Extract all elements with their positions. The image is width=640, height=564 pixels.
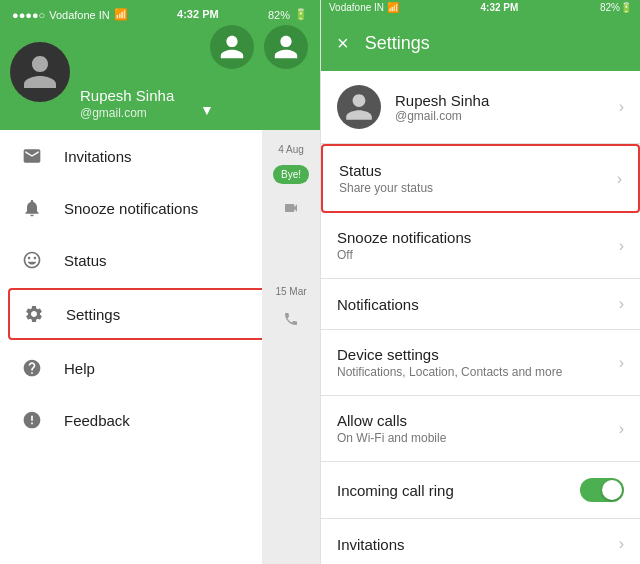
settings-item-status[interactable]: Status Share your status › bbox=[321, 144, 640, 213]
dropdown-arrow[interactable]: ▼ bbox=[200, 102, 214, 118]
profile-chevron: › bbox=[619, 98, 624, 116]
device-title: Device settings bbox=[337, 346, 619, 363]
close-button[interactable]: × bbox=[337, 32, 349, 55]
settings-item-device[interactable]: Device settings Notifications, Location,… bbox=[321, 330, 640, 396]
left-time: 4:32 PM bbox=[177, 8, 219, 21]
right-status-bar: Vodafone IN 📶 4:32 PM 82%🔋 bbox=[321, 0, 640, 15]
status-chevron: › bbox=[617, 170, 622, 188]
calls-title: Allow calls bbox=[337, 412, 619, 429]
exclamation-icon bbox=[20, 408, 44, 432]
snooze-title: Snooze notifications bbox=[337, 229, 619, 246]
nav-label-settings: Settings bbox=[66, 306, 120, 323]
notifications-text: Notifications bbox=[337, 296, 619, 313]
status-text: Status Share your status bbox=[339, 162, 617, 195]
envelope-icon bbox=[20, 144, 44, 168]
calls-text: Allow calls On Wi-Fi and mobile bbox=[337, 412, 619, 445]
left-battery-info: 82% 🔋 bbox=[268, 8, 308, 21]
battery-icon-left: 🔋 bbox=[294, 8, 308, 21]
battery-pct-left: 82% bbox=[268, 9, 290, 21]
nav-label-feedback: Feedback bbox=[64, 412, 130, 429]
right-panel: Vodafone IN 📶 4:32 PM 82%🔋 × Settings Ru… bbox=[320, 0, 640, 564]
settings-title: Settings bbox=[365, 33, 430, 54]
main-avatar[interactable] bbox=[10, 42, 70, 102]
person-icon-1 bbox=[218, 33, 246, 61]
user-email: @gmail.com bbox=[80, 106, 147, 120]
calls-subtitle: On Wi-Fi and mobile bbox=[337, 431, 619, 445]
call-ring-text: Incoming call ring bbox=[337, 482, 580, 499]
settings-item-snooze[interactable]: Snooze notifications Off › bbox=[321, 213, 640, 279]
calls-chevron: › bbox=[619, 420, 624, 438]
chat-date-1: 4 Aug bbox=[276, 138, 306, 161]
wifi-icon: 📶 bbox=[114, 8, 128, 21]
gear-icon bbox=[22, 302, 46, 326]
person-icon-2 bbox=[272, 33, 300, 61]
left-status-bar: ●●●●○ Vodafone IN 📶 4:32 PM 82% 🔋 bbox=[12, 8, 308, 21]
settings-item-invitations[interactable]: Invitations › bbox=[321, 519, 640, 564]
settings-profile-name: Rupesh Sinha bbox=[395, 92, 619, 109]
settings-profile-row[interactable]: Rupesh Sinha @gmail.com › bbox=[321, 71, 640, 144]
smiley-icon bbox=[20, 248, 44, 272]
chat-date-2: 15 Mar bbox=[273, 280, 308, 303]
invitations-text: Invitations bbox=[337, 536, 619, 553]
signal-dots: ●●●●○ bbox=[12, 9, 45, 21]
settings-item-call-ring[interactable]: Incoming call ring bbox=[321, 462, 640, 519]
invitations-title: Invitations bbox=[337, 536, 619, 553]
left-carrier-info: ●●●●○ Vodafone IN 📶 bbox=[12, 8, 128, 21]
settings-avatar bbox=[337, 85, 381, 129]
bye-bubble: Bye! bbox=[273, 165, 309, 184]
bell-icon bbox=[20, 196, 44, 220]
secondary-avatar-1[interactable] bbox=[210, 25, 254, 69]
call-ring-title: Incoming call ring bbox=[337, 482, 580, 499]
chat-preview-strip: 4 Aug Bye! 15 Mar bbox=[262, 130, 320, 564]
user-name: Rupesh Sinha bbox=[80, 87, 174, 104]
snooze-subtitle: Off bbox=[337, 248, 619, 262]
invitations-chevron: › bbox=[619, 535, 624, 553]
phone-icon bbox=[283, 311, 299, 327]
wifi-icon-right: 📶 bbox=[387, 2, 399, 13]
right-carrier: Vodafone IN 📶 bbox=[329, 2, 399, 13]
nav-label-status: Status bbox=[64, 252, 107, 269]
device-text: Device settings Notifications, Location,… bbox=[337, 346, 619, 379]
nav-label-help: Help bbox=[64, 360, 95, 377]
settings-list: Rupesh Sinha @gmail.com › Status Share y… bbox=[321, 71, 640, 564]
left-header: ●●●●○ Vodafone IN 📶 4:32 PM 82% 🔋 Rupesh… bbox=[0, 0, 320, 130]
left-carrier: Vodafone IN bbox=[49, 9, 110, 21]
secondary-avatar-2[interactable] bbox=[264, 25, 308, 69]
snooze-chevron: › bbox=[619, 237, 624, 255]
settings-item-calls[interactable]: Allow calls On Wi-Fi and mobile › bbox=[321, 396, 640, 462]
snooze-text: Snooze notifications Off bbox=[337, 229, 619, 262]
status-subtitle: Share your status bbox=[339, 181, 617, 195]
status-title: Status bbox=[339, 162, 617, 179]
main-avatar-icon bbox=[20, 52, 60, 92]
settings-profile-info: Rupesh Sinha @gmail.com bbox=[395, 92, 619, 123]
device-chevron: › bbox=[619, 354, 624, 372]
nav-label-invitations: Invitations bbox=[64, 148, 132, 165]
notifications-title: Notifications bbox=[337, 296, 619, 313]
settings-avatar-icon bbox=[343, 91, 375, 123]
settings-header: × Settings bbox=[321, 15, 640, 71]
video-icon bbox=[283, 200, 299, 216]
right-battery: 82%🔋 bbox=[600, 2, 632, 13]
call-ring-toggle[interactable] bbox=[580, 478, 624, 502]
notifications-chevron: › bbox=[619, 295, 624, 313]
device-subtitle: Notifications, Location, Contacts and mo… bbox=[337, 365, 619, 379]
settings-profile-email: @gmail.com bbox=[395, 109, 619, 123]
right-time: 4:32 PM bbox=[481, 2, 519, 13]
question-icon bbox=[20, 356, 44, 380]
settings-item-notifications[interactable]: Notifications › bbox=[321, 279, 640, 330]
nav-label-snooze: Snooze notifications bbox=[64, 200, 198, 217]
